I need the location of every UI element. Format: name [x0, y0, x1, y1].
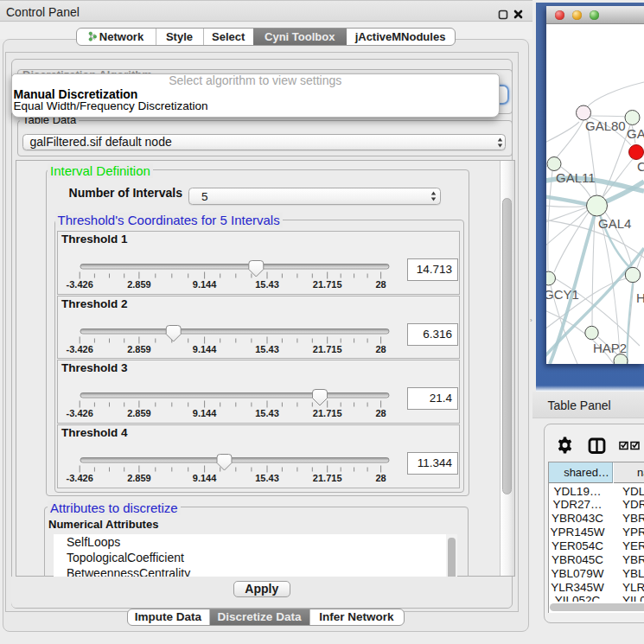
svg-text:GAL4: GAL4	[598, 216, 631, 231]
svg-text:GA: GA	[627, 126, 644, 141]
svg-text:GAL80: GAL80	[585, 118, 626, 133]
svg-text:GAL11: GAL11	[556, 170, 596, 185]
svg-text:C: C	[637, 159, 644, 174]
svg-text:H: H	[636, 290, 644, 305]
svg-text:HAP2: HAP2	[593, 341, 627, 355]
svg-text:GCY1: GCY1	[546, 287, 579, 302]
